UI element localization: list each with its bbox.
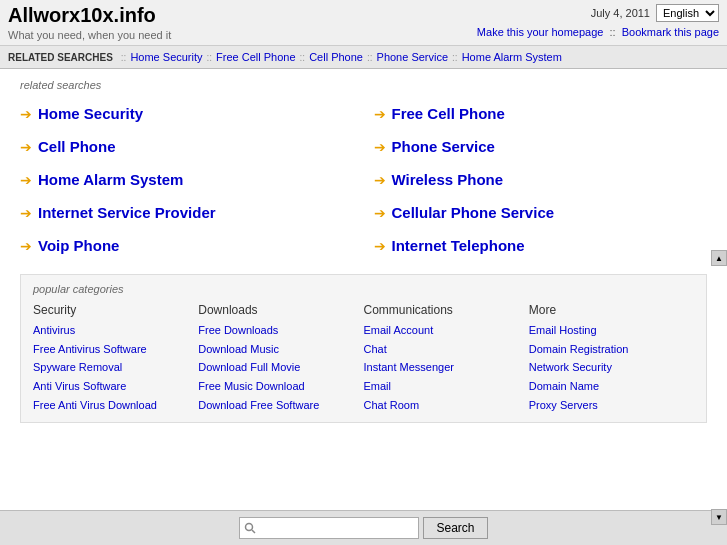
search-link-voip[interactable]: Voip Phone (38, 237, 119, 254)
categories-grid: Security Antivirus Free Antivirus Softwa… (33, 303, 694, 414)
category-downloads: Downloads Free Downloads Download Music … (198, 303, 363, 414)
popular-label: popular categories (33, 283, 694, 295)
list-item: ➔ Voip Phone (20, 233, 354, 258)
cat-link-dl-movie[interactable]: Download Full Movie (198, 358, 363, 377)
language-select[interactable]: English (656, 4, 719, 22)
arrow-icon: ➔ (374, 205, 386, 221)
related-searches-label: RELATED SEARCHES (8, 52, 113, 63)
top-right: July 4, 2011 English Make this your home… (477, 4, 719, 38)
nav-sep-4: :: (367, 52, 373, 63)
arrow-icon: ➔ (374, 106, 386, 122)
cat-link-net-sec[interactable]: Network Security (529, 358, 694, 377)
arrow-icon: ➔ (374, 238, 386, 254)
scroll-down-arrow[interactable]: ▼ (711, 509, 727, 525)
list-item: ➔ Wireless Phone (374, 167, 708, 192)
related-searches-heading: related searches (20, 79, 707, 91)
category-title-downloads: Downloads (198, 303, 363, 317)
nav-link-phone-service[interactable]: Phone Service (377, 51, 449, 63)
cat-link-email-hosting[interactable]: Email Hosting (529, 321, 694, 340)
list-item: ➔ Free Cell Phone (374, 101, 708, 126)
arrow-icon: ➔ (374, 139, 386, 155)
cat-link-free-dl[interactable]: Free Downloads (198, 321, 363, 340)
cat-link-dl-music[interactable]: Download Music (198, 340, 363, 359)
cat-link-free-av-dl[interactable]: Free Anti Virus Download (33, 396, 198, 415)
category-title-security: Security (33, 303, 198, 317)
nav-link-free-cell-phone[interactable]: Free Cell Phone (216, 51, 296, 63)
arrow-icon: ➔ (20, 139, 32, 155)
search-grid: ➔ Home Security ➔ Free Cell Phone ➔ Cell… (20, 101, 707, 258)
nav-sep-5: :: (452, 52, 458, 63)
arrow-icon: ➔ (374, 172, 386, 188)
nav-sep-3: :: (300, 52, 306, 63)
list-item: ➔ Phone Service (374, 134, 708, 159)
site-info: Allworx10x.info What you need, when you … (8, 4, 171, 41)
list-item: ➔ Cell Phone (20, 134, 354, 159)
date-lang-row: July 4, 2011 English (477, 4, 719, 22)
site-title: Allworx10x.info (8, 4, 171, 27)
bookmark-link[interactable]: Bookmark this page (622, 26, 719, 38)
search-link-isp[interactable]: Internet Service Provider (38, 204, 216, 221)
cat-link-free-antivirus[interactable]: Free Antivirus Software (33, 340, 198, 359)
nav-link-cell-phone[interactable]: Cell Phone (309, 51, 363, 63)
cat-link-email[interactable]: Email (364, 377, 529, 396)
cat-link-proxy[interactable]: Proxy Servers (529, 396, 694, 415)
cat-link-antivirus[interactable]: Antivirus (33, 321, 198, 340)
cat-link-spyware[interactable]: Spyware Removal (33, 358, 198, 377)
scroll-arrows: ▲ ▼ (711, 0, 727, 545)
arrow-icon: ➔ (20, 106, 32, 122)
site-tagline: What you need, when you need it (8, 29, 171, 41)
cat-link-domain-name[interactable]: Domain Name (529, 377, 694, 396)
homepage-link[interactable]: Make this your homepage (477, 26, 604, 38)
cat-link-im[interactable]: Instant Messenger (364, 358, 529, 377)
nav-sep-1: :: (121, 52, 127, 63)
arrow-icon: ➔ (20, 205, 32, 221)
main-content: related searches ➔ Home Security ➔ Free … (0, 69, 727, 510)
search-button[interactable]: Search (423, 517, 487, 539)
nav-link-home-alarm[interactable]: Home Alarm System (462, 51, 562, 63)
nav-link-home-security[interactable]: Home Security (130, 51, 202, 63)
category-title-comms: Communications (364, 303, 529, 317)
cat-link-chat-room[interactable]: Chat Room (364, 396, 529, 415)
search-link-cell-phone[interactable]: Cell Phone (38, 138, 116, 155)
category-more: More Email Hosting Domain Registration N… (529, 303, 694, 414)
arrow-icon: ➔ (20, 172, 32, 188)
nav-sep-2: :: (207, 52, 213, 63)
cat-link-email-acc[interactable]: Email Account (364, 321, 529, 340)
category-communications: Communications Email Account Chat Instan… (364, 303, 529, 414)
cat-link-domain-reg[interactable]: Domain Registration (529, 340, 694, 359)
search-link-internet-tel[interactable]: Internet Telephone (392, 237, 525, 254)
search-link-home-alarm[interactable]: Home Alarm System (38, 171, 183, 188)
search-link-home-security[interactable]: Home Security (38, 105, 143, 122)
date-display: July 4, 2011 (591, 7, 650, 19)
search-link-wireless-phone[interactable]: Wireless Phone (392, 171, 504, 188)
cat-link-chat[interactable]: Chat (364, 340, 529, 359)
nav-bar: RELATED SEARCHES :: Home Security :: Fre… (0, 46, 727, 69)
list-item: ➔ Internet Telephone (374, 233, 708, 258)
search-link-phone-service[interactable]: Phone Service (392, 138, 495, 155)
cat-link-dl-software[interactable]: Download Free Software (198, 396, 363, 415)
category-security: Security Antivirus Free Antivirus Softwa… (33, 303, 198, 414)
top-bar: Allworx10x.info What you need, when you … (0, 0, 727, 46)
search-link-cellular[interactable]: Cellular Phone Service (392, 204, 555, 221)
list-item: ➔ Home Alarm System (20, 167, 354, 192)
search-box-wrapper: Search (239, 517, 487, 539)
list-item: ➔ Home Security (20, 101, 354, 126)
list-item: ➔ Cellular Phone Service (374, 200, 708, 225)
arrow-icon: ➔ (20, 238, 32, 254)
category-title-more: More (529, 303, 694, 317)
scroll-up-arrow[interactable]: ▲ (711, 250, 727, 266)
search-link-free-cell-phone[interactable]: Free Cell Phone (392, 105, 505, 122)
cat-link-free-music[interactable]: Free Music Download (198, 377, 363, 396)
cat-link-antivirus-soft[interactable]: Anti Virus Software (33, 377, 198, 396)
bottom-search-bar: Search (0, 510, 727, 545)
list-item: ➔ Internet Service Provider (20, 200, 354, 225)
top-links: Make this your homepage :: Bookmark this… (477, 26, 719, 38)
search-input[interactable] (239, 517, 419, 539)
popular-categories-section: popular categories Security Antivirus Fr… (20, 274, 707, 423)
